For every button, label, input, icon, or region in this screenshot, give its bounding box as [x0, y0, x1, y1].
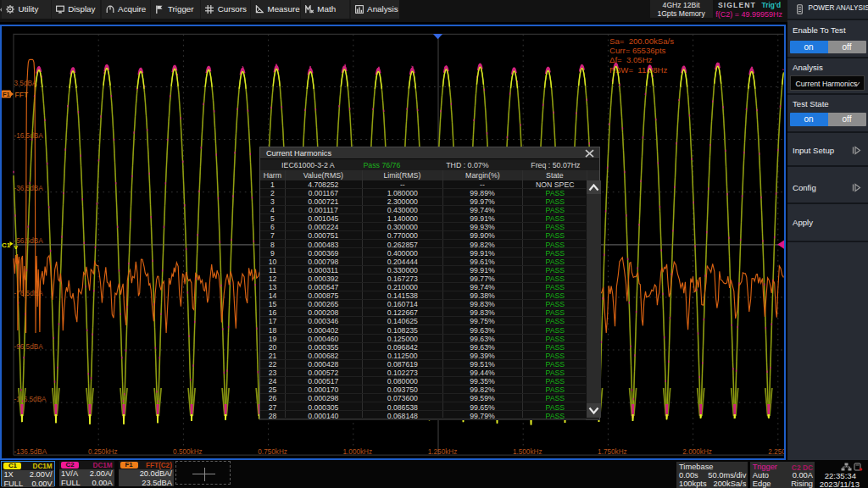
svg-text:-136.5dBA: -136.5dBA	[14, 448, 47, 456]
svg-text:Curr= 65536pts: Curr= 65536pts	[609, 46, 666, 55]
svg-text:0.750kHz: 0.750kHz	[258, 448, 287, 456]
svg-text:Sa= 200.00kSa/s: Sa= 200.00kSa/s	[609, 36, 674, 46]
svg-text:C1: C1	[2, 241, 11, 249]
svg-text:FFT: FFT	[15, 91, 29, 99]
svg-text:-36.5dBA: -36.5dBA	[14, 185, 44, 192]
svg-text:0.500kHz: 0.500kHz	[173, 448, 203, 456]
svg-text:-96.5dBA: -96.5dBA	[14, 343, 44, 351]
svg-text:-56.5dBA: -56.5dBA	[14, 237, 44, 245]
svg-text:-16.5dBA: -16.5dBA	[14, 132, 44, 140]
svg-text:F1: F1	[3, 91, 10, 98]
svg-text:1.500kHz: 1.500kHz	[513, 448, 542, 456]
svg-text:2.000kHz: 2.000kHz	[682, 448, 712, 456]
svg-text:1.250kHz: 1.250kHz	[428, 448, 458, 456]
svg-text:3.5dBA: 3.5dBA	[14, 80, 37, 87]
svg-text:v: v	[14, 243, 19, 251]
svg-text:1.000kHz: 1.000kHz	[343, 448, 373, 456]
svg-text:1.750kHz: 1.750kHz	[598, 448, 627, 456]
svg-text:0.250kHz: 0.250kHz	[88, 448, 118, 456]
